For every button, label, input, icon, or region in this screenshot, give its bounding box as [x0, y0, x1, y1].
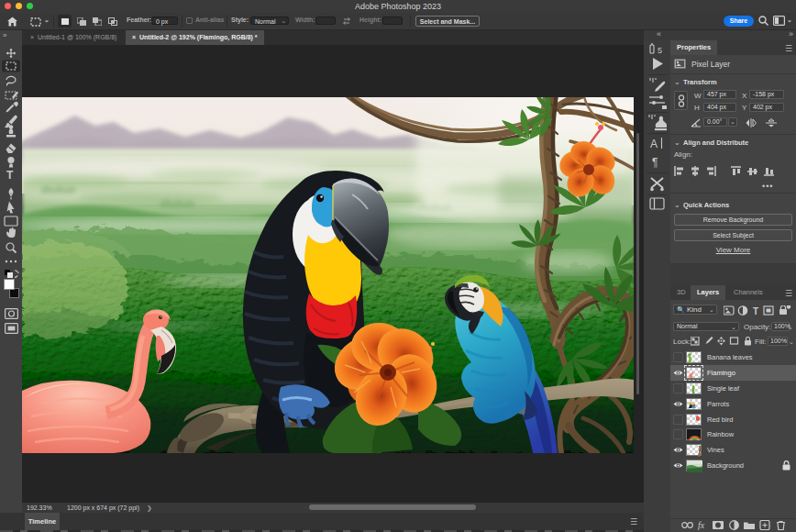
svg-text:5: 5: [658, 46, 662, 55]
svg-text:T: T: [6, 169, 14, 182]
svg-text:T: T: [753, 306, 758, 316]
svg-text:¶: ¶: [652, 156, 658, 169]
svg-text:fx: fx: [698, 520, 705, 530]
svg-text:A: A: [650, 138, 658, 150]
